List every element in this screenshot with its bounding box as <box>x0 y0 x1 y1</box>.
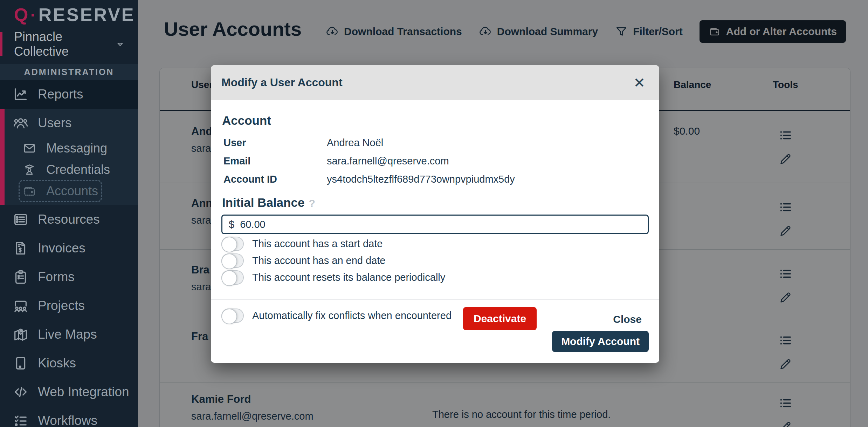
sidebar-item-reports[interactable]: Reports <box>0 80 138 109</box>
modify-user-account-modal: Modify a User Account ✕ Account User And… <box>211 65 659 363</box>
account-section-heading: Account <box>222 114 649 128</box>
sidebar-group-users: Users Messaging Credentials Accounts <box>0 109 138 205</box>
end-date-toggle-row: This account has an end date <box>221 253 649 268</box>
logo-dot-icon: · <box>30 5 37 25</box>
code-icon <box>13 384 29 400</box>
modal-footer: Automatically fix conflicts when encount… <box>221 300 649 362</box>
sidebar-item-workflows[interactable]: Workflows <box>0 406 138 427</box>
initial-balance-field: $ <box>221 215 649 234</box>
initial-balance-heading: Initial Balance? <box>222 196 649 210</box>
sidebar-item-label: Projects <box>38 298 85 313</box>
toggle-label: Automatically fix conflicts when encount… <box>252 310 452 321</box>
sidebar-item-label: Messaging <box>46 141 107 156</box>
invoice-icon <box>13 240 29 256</box>
close-icon[interactable]: ✕ <box>633 76 645 90</box>
sidebar-item-forms[interactable]: Forms <box>0 263 138 291</box>
accounts-focus-ring: Accounts <box>22 184 98 198</box>
sidebar-item-accounts[interactable]: Accounts <box>0 180 138 202</box>
sidebar-item-label: Credentials <box>46 162 110 177</box>
modal-title: Modify a User Account <box>221 76 633 89</box>
modify-account-button[interactable]: Modify Account <box>552 331 649 352</box>
field-value: ys4todch5ltezflf689d773ownpvpiudmx5dy <box>327 173 515 185</box>
mail-icon <box>22 141 36 155</box>
org-selector[interactable]: Pinnacle Collective <box>0 32 138 57</box>
sidebar-item-label: Resources <box>38 212 100 227</box>
close-button[interactable]: Close <box>613 313 642 325</box>
sidebar-section-administration: Administration <box>0 64 138 80</box>
sidebar-item-label: Live Maps <box>38 327 97 342</box>
field-row-email: Email sara.farnell@qreserve.com <box>221 155 649 167</box>
chevron-down-icon <box>114 38 126 50</box>
end-date-toggle[interactable] <box>221 253 244 268</box>
sidebar-item-kiosks[interactable]: Kiosks <box>0 349 138 378</box>
reset-balance-toggle[interactable] <box>221 270 244 285</box>
sidebar-item-label: Web Integration <box>38 385 129 399</box>
resources-icon <box>13 211 29 228</box>
map-pin-icon <box>13 326 29 343</box>
toggle-label: This account has a start date <box>252 238 383 250</box>
sidebar-item-label: Kiosks <box>38 356 76 371</box>
sidebar-item-web-integration[interactable]: Web Integration <box>0 378 138 406</box>
field-label: Account ID <box>221 173 327 185</box>
sidebar-item-credentials[interactable]: Credentials <box>0 159 138 180</box>
sidebar: Q·RESERVE Pinnacle Collective Administra… <box>0 0 138 427</box>
sidebar-item-label: Accounts <box>46 184 98 198</box>
sidebar-item-projects[interactable]: Projects <box>0 291 138 320</box>
clipboard-icon <box>13 269 29 285</box>
field-label: User <box>221 137 327 149</box>
sidebar-item-invoices[interactable]: Invoices <box>0 234 138 263</box>
checklist-icon <box>13 413 29 427</box>
field-row-user: User Andrea Noël <box>221 137 649 149</box>
sidebar-item-users[interactable]: Users <box>0 109 138 137</box>
app-logo: Q·RESERVE <box>0 0 138 25</box>
sidebar-item-label: Workflows <box>38 413 97 427</box>
sidebar-item-label: Users <box>38 116 72 130</box>
field-value: sara.farnell@qreserve.com <box>327 155 449 167</box>
currency-prefix: $ <box>229 219 234 230</box>
sidebar-item-label: Invoices <box>38 241 85 256</box>
modal-header: Modify a User Account ✕ <box>211 65 659 100</box>
toggle-label: This account resets its balance periodic… <box>252 272 445 283</box>
users-icon <box>13 115 29 131</box>
credentials-icon <box>22 163 36 177</box>
logo-q: Q <box>14 5 29 25</box>
sidebar-item-resources[interactable]: Resources <box>0 205 138 234</box>
field-row-account-id: Account ID ys4todch5ltezflf689d773ownpvp… <box>221 173 649 185</box>
auto-fix-toggle[interactable] <box>221 309 244 323</box>
logo-text: RESERVE <box>39 5 135 25</box>
field-value: Andrea Noël <box>327 137 383 149</box>
modal-body: Account User Andrea Noël Email sara.farn… <box>211 114 659 362</box>
projects-icon <box>13 298 29 314</box>
sidebar-item-live-maps[interactable]: Live Maps <box>0 320 138 349</box>
sidebar-item-label: Reports <box>38 87 83 102</box>
start-date-toggle-row: This account has a start date <box>221 237 649 251</box>
tablet-icon <box>13 355 29 371</box>
org-name: Pinnacle Collective <box>14 29 114 59</box>
chart-icon <box>13 86 29 102</box>
toggle-label: This account has an end date <box>252 255 385 266</box>
reset-balance-toggle-row: This account resets its balance periodic… <box>221 270 649 285</box>
app: Q·RESERVE Pinnacle Collective Administra… <box>0 0 868 427</box>
start-date-toggle[interactable] <box>221 237 244 251</box>
auto-fix-toggle-row: Automatically fix conflicts when encount… <box>221 309 452 323</box>
sidebar-item-label: Forms <box>38 270 75 284</box>
wallet-icon <box>22 184 36 198</box>
help-icon[interactable]: ? <box>309 197 315 209</box>
field-label: Email <box>221 155 327 167</box>
deactivate-button[interactable]: Deactivate <box>463 307 537 330</box>
initial-balance-label: Initial Balance <box>222 196 304 209</box>
initial-balance-input[interactable] <box>240 219 641 230</box>
sidebar-item-messaging[interactable]: Messaging <box>0 137 138 159</box>
